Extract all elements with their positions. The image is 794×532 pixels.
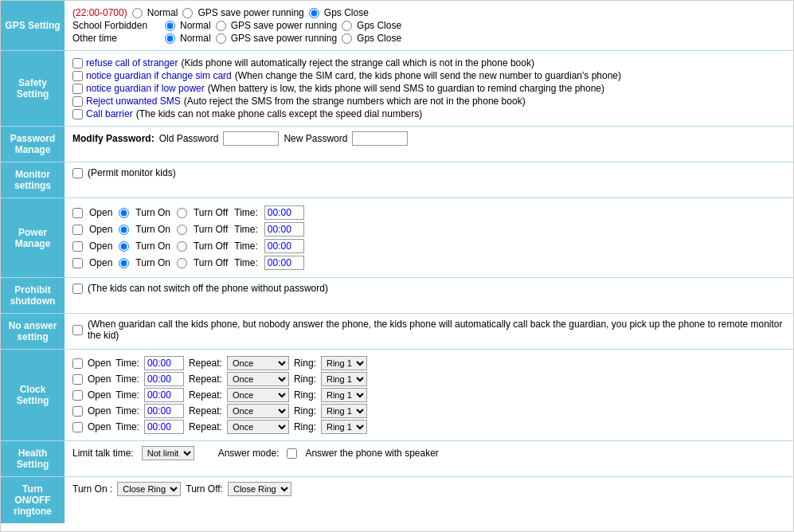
power-check-1[interactable]	[72, 225, 83, 235]
clock-time-1[interactable]	[144, 372, 184, 386]
monitor-label: Monitor settings	[1, 162, 65, 198]
power3-on-radio[interactable]	[119, 258, 129, 268]
power-open-3: Open	[89, 257, 112, 268]
clock-check-2[interactable]	[72, 390, 83, 401]
clock-ring-select-4[interactable]: Ring 1Ring 2Ring 3	[321, 420, 367, 434]
clock-check-4[interactable]	[72, 422, 83, 432]
gps-section: GPS Setting (22:00-0700) Normal GPS save…	[1, 1, 793, 51]
old-password-input[interactable]	[223, 131, 279, 146]
clock-row-4: Open Time: Repeat: OnceEvery dayMon-FriW…	[72, 420, 785, 434]
clock-repeat-select-0[interactable]: OnceEvery dayMon-FriWeekends	[227, 356, 289, 370]
clock-time-0[interactable]	[144, 356, 184, 370]
clock-row-0: Open Time: Repeat: OnceEvery dayMon-FriW…	[72, 356, 785, 370]
power-check-0[interactable]	[72, 208, 83, 218]
power-content: Open Turn On Turn Off Time: Open Turn On…	[65, 198, 793, 277]
turn-on-select[interactable]: Close RingOpen Ring	[117, 482, 181, 496]
clock-row-1: Open Time: Repeat: OnceEvery dayMon-FriW…	[72, 372, 785, 386]
safety-check-0[interactable]	[72, 58, 83, 68]
gps1-normal-radio[interactable]	[132, 8, 143, 18]
power1-off-radio[interactable]	[177, 225, 187, 235]
gps3-save-label: GPS save power running	[231, 33, 337, 44]
safety-check-1[interactable]	[72, 71, 83, 81]
limit-talk-select[interactable]: Not limit1 min3 min5 min10 min	[142, 446, 194, 460]
clock-repeat-select-1[interactable]: OnceEvery dayMon-FriWeekends	[227, 372, 289, 386]
clock-ring-select-2[interactable]: Ring 1Ring 2Ring 3	[321, 388, 367, 402]
clock-content: Open Time: Repeat: OnceEvery dayMon-FriW…	[65, 350, 793, 440]
power3-time-input[interactable]	[264, 256, 304, 270]
clock-time-label-3: Time:	[115, 405, 139, 417]
prohibit-row: (The kids can not switch off the phone w…	[72, 283, 785, 294]
main-container: GPS Setting (22:00-0700) Normal GPS save…	[0, 0, 794, 532]
monitor-check[interactable]	[72, 168, 83, 178]
safety-label-2: notice guardian if low power	[86, 83, 205, 94]
gps2-save-radio[interactable]	[216, 21, 226, 31]
answer-mode-desc: Answer the phone with speaker	[305, 448, 438, 459]
health-label: Health Setting	[1, 441, 65, 476]
safety-desc-0: (Kids phone will automatically reject th…	[181, 57, 534, 68]
power2-off-radio[interactable]	[177, 241, 187, 252]
clock-ring-select-0[interactable]: Ring 1Ring 2Ring 3	[321, 356, 367, 370]
power-open-2: Open	[89, 241, 112, 252]
clock-time-2[interactable]	[144, 388, 184, 402]
clock-repeat-select-3[interactable]: OnceEvery dayMon-FriWeekends	[227, 404, 289, 418]
power0-off-label: Turn Off	[194, 207, 228, 218]
power1-time-input[interactable]	[264, 222, 304, 237]
power1-on-radio[interactable]	[119, 225, 129, 235]
clock-open-2: Open	[88, 389, 111, 401]
safety-item-4: Call barrier (The kids can not make phon…	[72, 108, 785, 119]
safety-check-2[interactable]	[72, 84, 83, 94]
gps1-close-radio[interactable]	[309, 8, 319, 18]
clock-ring-select-1[interactable]: Ring 1Ring 2Ring 3	[321, 372, 367, 386]
power-check-3[interactable]	[72, 258, 83, 268]
clock-time-4[interactable]	[144, 420, 184, 434]
gps2-close-radio[interactable]	[342, 21, 352, 31]
clock-repeat-select-4[interactable]: OnceEvery dayMon-FriWeekends	[227, 420, 289, 434]
clock-ring-label-0: Ring:	[294, 358, 316, 369]
power2-on-label: Turn On	[135, 241, 170, 252]
clock-ring-select-3[interactable]: Ring 1Ring 2Ring 3	[321, 404, 367, 418]
safety-item-2: notice guardian if low power (When batte…	[72, 83, 785, 94]
new-password-input[interactable]	[352, 131, 408, 146]
clock-repeat-select-2[interactable]: OnceEvery dayMon-FriWeekends	[227, 388, 289, 402]
power2-time-input[interactable]	[264, 239, 304, 253]
gps1-save-label: GPS save power running	[198, 7, 303, 18]
noanswer-check[interactable]	[72, 325, 83, 335]
turn-off-label: Turn Off:	[186, 483, 223, 495]
turn-onoff-content: Turn On : Close RingOpen Ring Turn Off: …	[65, 477, 793, 523]
monitor-row: (Permit monitor kids)	[72, 167, 785, 178]
gps-content: (22:00-0700) Normal GPS save power runni…	[65, 1, 793, 50]
clock-ring-label-2: Ring:	[294, 389, 316, 401]
safety-check-4[interactable]	[72, 109, 83, 119]
clock-row-3: Open Time: Repeat: OnceEvery dayMon-FriW…	[72, 404, 785, 418]
prohibit-check[interactable]	[72, 284, 83, 294]
power0-on-radio[interactable]	[119, 208, 129, 218]
power-check-2[interactable]	[72, 241, 83, 252]
turn-off-select[interactable]: Close RingOpen Ring	[228, 482, 291, 496]
gps1-save-radio[interactable]	[182, 8, 193, 18]
power3-off-radio[interactable]	[177, 258, 187, 268]
gps3-save-radio[interactable]	[216, 33, 226, 44]
health-content: Limit talk time: Not limit1 min3 min5 mi…	[65, 441, 793, 476]
clock-check-1[interactable]	[72, 374, 83, 385]
answer-mode-check[interactable]	[287, 448, 297, 459]
power0-off-radio[interactable]	[177, 208, 187, 218]
gps2-normal-radio[interactable]	[165, 21, 175, 31]
gps3-close-radio[interactable]	[342, 33, 352, 44]
safety-check-3[interactable]	[72, 96, 83, 107]
gps3-normal-radio[interactable]	[165, 33, 175, 44]
power0-time-label: Time:	[234, 207, 258, 218]
modify-label: Modify Password:	[72, 133, 154, 144]
power0-on-label: Turn On	[135, 207, 170, 218]
noanswer-desc: (When guaridan call the kids phone, but …	[88, 319, 785, 341]
turn-onoff-section: Turn ON/OFF ringtone Turn On : Close Rin…	[1, 477, 793, 523]
password-content: Modify Password: Old Password New Passwo…	[65, 127, 793, 162]
power2-on-radio[interactable]	[119, 241, 129, 252]
power-row-0: Open Turn On Turn Off Time:	[72, 205, 785, 220]
clock-time-3[interactable]	[144, 404, 184, 418]
monitor-section: Monitor settings (Permit monitor kids)	[1, 162, 793, 198]
gps-row-3: Other time Normal GPS save power running…	[72, 33, 785, 44]
monitor-content: (Permit monitor kids)	[65, 162, 793, 198]
power0-time-input[interactable]	[264, 205, 304, 220]
clock-check-0[interactable]	[72, 358, 83, 369]
clock-check-3[interactable]	[72, 406, 83, 417]
